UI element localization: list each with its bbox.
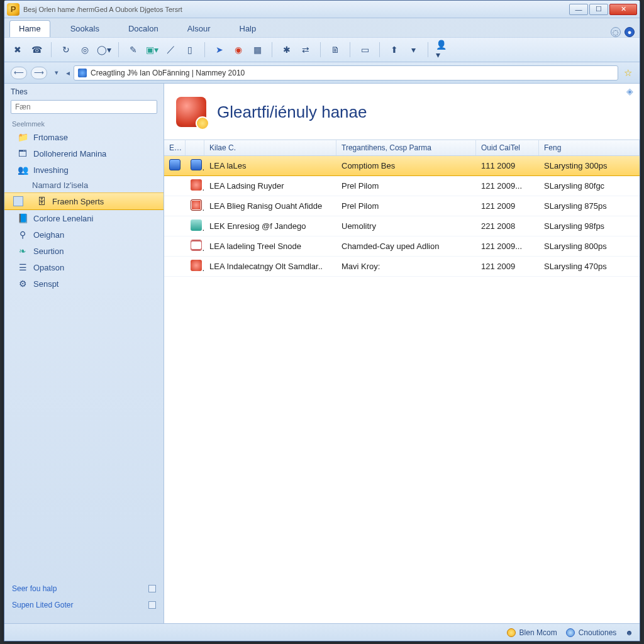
nav-dropdown-icon[interactable]: ▾ bbox=[51, 67, 62, 79]
sidebar-item-label: Namard Iz'isela bbox=[32, 180, 88, 190]
share-icon[interactable]: ➤ bbox=[213, 43, 226, 57]
sidebar-item-label: Opatson bbox=[33, 263, 64, 272]
sidebar-filter-input[interactable] bbox=[11, 100, 157, 114]
menu-tab-3[interactable]: Alsour bbox=[179, 21, 219, 37]
refresh-icon[interactable]: ↻ bbox=[59, 43, 73, 57]
cell-name: LEA Blieg Ranisg Ouaht Afidde bbox=[204, 198, 336, 214]
app-logo-icon: P bbox=[7, 3, 19, 16]
sidebar-item-0[interactable]: 📁 Frtomase bbox=[4, 129, 164, 145]
cell-desc: Uemolitry bbox=[336, 218, 476, 234]
list-icon: ☰ bbox=[17, 262, 28, 273]
sidebar: Thes Seelmmek 📁 Frtomase 🗔 Dollohererid … bbox=[4, 84, 164, 623]
sidebar-help-box-icon[interactable] bbox=[148, 585, 156, 592]
cell-feng: SLarysling 98fps bbox=[539, 218, 640, 234]
sidebar-help-link[interactable]: Seer fou halp bbox=[12, 584, 57, 593]
col-ico[interactable]: Eet bbox=[164, 140, 186, 155]
row-status-icon bbox=[169, 159, 180, 170]
sidebar-section-label: Seelmmek bbox=[4, 119, 164, 129]
sidebar-item-4[interactable]: 🗄 Fraenh Sperts bbox=[4, 192, 164, 210]
pin-icon[interactable]: ✖ bbox=[11, 43, 25, 57]
sidebar-support-box-icon[interactable] bbox=[148, 601, 156, 609]
sidebar-item-8[interactable]: ☰ Opatson bbox=[4, 259, 164, 275]
table-row[interactable]: LEK Enresiog @f JandegoUemolitry221 2008… bbox=[164, 216, 640, 236]
row-status-icon bbox=[169, 179, 180, 191]
page-icon bbox=[174, 95, 208, 129]
wand-icon: ⚲ bbox=[17, 229, 28, 240]
window-title: Besj Orlen hame /hermGed A Oubork Djgeto… bbox=[23, 6, 569, 13]
cell-desc: Prel Pilom bbox=[336, 198, 476, 214]
menu-right-icon-1[interactable]: ◌ bbox=[611, 27, 621, 37]
table-row[interactable]: LEA laLesComptiom Bes111 2009SLarysting … bbox=[164, 156, 640, 176]
nav-caret-icon: ◂ bbox=[66, 69, 70, 77]
target-icon[interactable]: ◎ bbox=[78, 43, 92, 57]
menu-tab-home[interactable]: Hame bbox=[9, 20, 50, 37]
color-icon[interactable]: ▣▾ bbox=[145, 43, 159, 57]
col-date[interactable]: Ouid CaiTel bbox=[476, 140, 539, 155]
minimize-button[interactable]: — bbox=[569, 4, 588, 15]
row-type-icon bbox=[191, 199, 202, 211]
panel-info-icon[interactable]: ◈ bbox=[626, 86, 633, 96]
address-input[interactable]: Creagtling J% Ian ObFänning | Nammey 201… bbox=[74, 65, 618, 80]
sidebar-item-7[interactable]: ❧ Seurtion bbox=[4, 243, 164, 259]
cell-desc: Chamded-Cay uped Adlion bbox=[336, 238, 476, 254]
sidebar-item-9[interactable]: ⚙ Senspt bbox=[4, 275, 164, 292]
sidebar-item-5[interactable]: 📘 Corlore Lenelani bbox=[4, 210, 164, 226]
card-icon[interactable]: ▯ bbox=[183, 43, 197, 57]
table-row[interactable]: LEA Ladsing RuyderPrel Pilom121 2009...S… bbox=[164, 176, 640, 196]
db-icon: 🗄 bbox=[36, 196, 47, 207]
down-caret-icon[interactable]: ▾ bbox=[406, 43, 420, 57]
folder-icon: 📁 bbox=[17, 131, 28, 143]
shuffle-icon[interactable]: ⇄ bbox=[299, 43, 313, 57]
nav-forward-button[interactable]: ⟶ bbox=[31, 67, 47, 79]
status-face-icon[interactable]: ☻ bbox=[625, 628, 633, 637]
status-right-label: Cnoutiones bbox=[579, 628, 617, 637]
new-doc-icon[interactable]: 🗎 bbox=[328, 43, 342, 57]
col-feng[interactable]: Feng bbox=[539, 140, 640, 155]
menu-tab-2[interactable]: Docalon bbox=[119, 21, 167, 37]
maximize-button[interactable]: ☐ bbox=[589, 4, 608, 15]
main-header: Gleartfi/iénuly hanae bbox=[164, 84, 640, 140]
menu-right-icon-2[interactable]: ● bbox=[625, 27, 635, 37]
row-status-icon bbox=[169, 199, 180, 211]
sidebar-item-6[interactable]: ⚲ Oeighan bbox=[4, 226, 164, 243]
cell-desc: Prel Pilom bbox=[336, 178, 476, 194]
col-name[interactable]: Kilae C. bbox=[204, 140, 336, 155]
globe-icon[interactable]: ◉ bbox=[231, 43, 245, 57]
pencil-icon[interactable]: ／ bbox=[164, 43, 178, 57]
people-icon: 👥 bbox=[17, 164, 28, 175]
table-row[interactable]: LEA Indalecatngy Olt Samdlar..Mavi Kroy:… bbox=[164, 257, 640, 277]
menu-tab-help[interactable]: Halp bbox=[231, 21, 265, 37]
minus-icon[interactable]: ▭ bbox=[358, 43, 372, 57]
menu-tab-1[interactable]: Sookals bbox=[62, 21, 108, 37]
circle-dropdown-icon[interactable]: ◯▾ bbox=[97, 43, 111, 57]
col-desc[interactable]: Tregantihens, Cosp Parma bbox=[336, 140, 476, 155]
status-left[interactable]: Blen Mcom bbox=[507, 628, 557, 637]
user-icon[interactable]: 👤▾ bbox=[436, 43, 450, 57]
cell-date: 111 2009 bbox=[476, 158, 539, 174]
nav-back-button[interactable]: ⟵ bbox=[11, 67, 27, 79]
row-status-icon bbox=[169, 260, 180, 271]
edit-icon[interactable]: ✎ bbox=[126, 43, 140, 57]
favorite-icon[interactable]: ☆ bbox=[622, 67, 633, 79]
table-row[interactable]: LEA Blieg Ranisg Ouaht AfiddePrel Pilom1… bbox=[164, 196, 640, 216]
sidebar-item-1[interactable]: 🗔 Dollohererid Manina bbox=[4, 145, 164, 162]
toolbar: ✖ ☎ ↻ ◎ ◯▾ ✎ ▣▾ ／ ▯ ➤ ◉ ▦ ✱ ⇄ 🗎 ▭ ⬆ ▾ 👤▾ bbox=[4, 37, 640, 62]
table-row[interactable]: LEA ladeling Treel SnodeChamded-Cay uped… bbox=[164, 236, 640, 257]
gear-icon[interactable]: ✱ bbox=[280, 43, 294, 57]
sidebar-item-2[interactable]: 👥 Inveshing bbox=[4, 162, 164, 178]
grid-icon[interactable]: ▦ bbox=[250, 43, 264, 57]
close-button[interactable]: ✕ bbox=[609, 4, 637, 15]
row-type-icon bbox=[191, 240, 202, 251]
sidebar-item-label: Fraenh Sperts bbox=[52, 197, 104, 206]
sidebar-support-link[interactable]: Supen Lited Goter bbox=[12, 601, 73, 609]
cell-date: 121 2009 bbox=[476, 258, 539, 274]
status-right[interactable]: Cnoutiones bbox=[566, 628, 617, 637]
call-icon[interactable]: ☎ bbox=[30, 43, 43, 57]
cell-desc: Comptiom Bes bbox=[336, 158, 476, 174]
upload-icon[interactable]: ⬆ bbox=[387, 43, 401, 57]
cell-feng: SLarysling 470ps bbox=[539, 258, 640, 274]
col-ico2[interactable] bbox=[186, 140, 204, 155]
sidebar-item-3[interactable]: Namard Iz'isela bbox=[4, 178, 164, 192]
statusbar: Blen Mcom Cnoutiones ☻ bbox=[4, 623, 640, 641]
cell-date: 121 2009 bbox=[476, 198, 539, 214]
